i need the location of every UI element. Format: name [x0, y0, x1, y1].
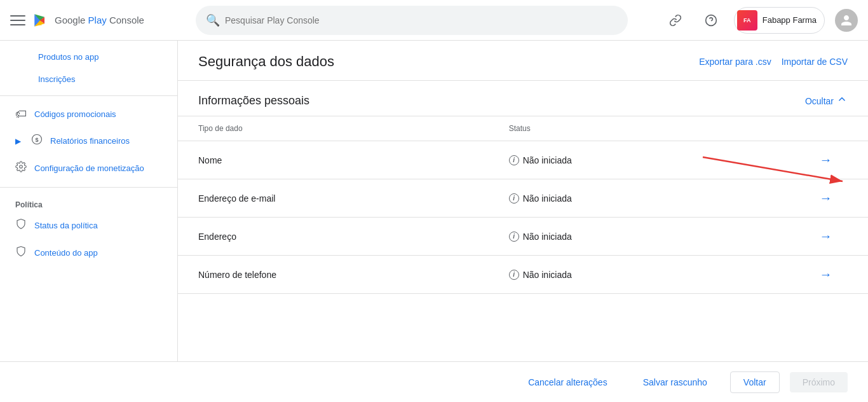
expand-arrow-icon: ▶ — [15, 137, 21, 146]
help-icon-btn[interactable] — [698, 8, 724, 33]
play-logo-icon — [31, 10, 51, 31]
sidebar-section-politica: Política — [0, 193, 177, 212]
avatar-icon — [840, 14, 853, 27]
section-header: Informações pessoais Ocultar — [178, 81, 868, 116]
info-icon: i — [509, 155, 519, 165]
table-row: Endereço de e-mail i Não iniciada → — [178, 179, 868, 218]
svg-point-6 — [20, 165, 23, 169]
status-text-email: Não iniciada — [523, 193, 572, 204]
status-text-nome: Não iniciada — [523, 155, 572, 165]
content-header: Segurança dos dados Exportar para .csv I… — [178, 41, 868, 81]
info-icon-3: i — [509, 232, 519, 242]
sidebar-label-inscricoes: Inscrições — [38, 74, 76, 84]
sidebar-divider-2 — [0, 187, 177, 188]
section-toggle[interactable]: Ocultar — [805, 94, 848, 108]
table-row: Endereço i Não iniciada → — [178, 218, 868, 256]
help-icon — [705, 14, 717, 27]
info-icon-4: i — [509, 270, 519, 280]
sidebar-label-relatorios: Relatórios financeiros — [50, 136, 130, 146]
table-row: Nome i Não iniciada → — [178, 141, 868, 179]
search-bar[interactable]: 🔍 — [196, 6, 628, 35]
sidebar-item-status-politica[interactable]: Status da política — [0, 212, 177, 239]
arrow-btn-email[interactable]: → — [819, 191, 848, 205]
next-button[interactable]: Próximo — [790, 372, 848, 392]
cell-tipo-telefone: Número de telefone — [178, 256, 489, 294]
section-title: Informações pessoais — [198, 94, 309, 107]
sidebar-item-inscricoes[interactable]: Inscrições — [0, 68, 177, 90]
header-left: Google Play Console — [10, 10, 188, 31]
hamburger-menu[interactable] — [10, 13, 25, 28]
gear-icon — [15, 161, 27, 176]
page-title: Segurança dos dados — [198, 53, 334, 70]
cell-arrow-nome: → — [799, 141, 868, 179]
arrow-btn-telefone[interactable]: → — [819, 267, 848, 282]
cell-status-email: i Não iniciada — [489, 179, 799, 218]
chevron-up-icon — [836, 94, 848, 108]
search-input[interactable] — [225, 15, 618, 25]
sidebar-item-produtos[interactable]: Produtos no app — [0, 46, 177, 68]
search-icon: 🔍 — [206, 13, 220, 27]
content-area: Segurança dos dados Exportar para .csv I… — [178, 41, 868, 361]
col-tipo: Tipo de dado — [178, 116, 489, 141]
avatar[interactable] — [835, 9, 858, 32]
toggle-label: Ocultar — [805, 96, 834, 106]
cell-status-telefone: i Não iniciada — [489, 256, 799, 294]
col-status: Status — [489, 116, 799, 141]
sidebar-item-conteudo[interactable]: Conteúdo do app — [0, 239, 177, 267]
footer: Cancelar alterações Salvar rascunho Volt… — [0, 361, 868, 402]
status-text-telefone: Não iniciada — [523, 270, 572, 280]
dollar-icon: $ — [31, 134, 43, 148]
user-app-logo: FA — [737, 10, 757, 31]
tag-icon: 🏷 — [15, 107, 27, 121]
sidebar-label-status-politica: Status da política — [34, 221, 98, 230]
table-row: Número de telefone i Não iniciada → — [178, 256, 868, 294]
sidebar-item-configuracao[interactable]: Configuração de monetização — [0, 155, 177, 182]
sidebar-label-conteudo: Conteúdo do app — [34, 248, 98, 258]
user-logo-inner: FA — [737, 10, 757, 31]
svg-text:$: $ — [35, 137, 38, 143]
cell-status-nome: i Não iniciada — [489, 141, 799, 179]
logo-text: Google Play Console — [55, 15, 144, 25]
logo: Google Play Console — [31, 10, 144, 31]
link-icon — [669, 14, 682, 27]
cancel-button[interactable]: Cancelar alterações — [515, 372, 620, 392]
sidebar-item-codigos[interactable]: 🏷 Códigos promocionais — [0, 101, 177, 127]
data-table: Tipo de dado Status Nome i Não iniciada — [178, 116, 868, 294]
header-right: FA Fabapp Farma — [663, 7, 858, 34]
shield-icon-1 — [15, 218, 27, 233]
sidebar: Produtos no app Inscrições 🏷 Códigos pro… — [0, 41, 178, 361]
cell-tipo-nome: Nome — [178, 141, 489, 179]
arrow-btn-endereco[interactable]: → — [819, 229, 848, 244]
cell-arrow-telefone: → — [799, 256, 868, 294]
save-draft-button[interactable]: Salvar rascunho — [630, 372, 720, 392]
cell-tipo-email: Endereço de e-mail — [178, 179, 489, 218]
sidebar-label-codigos: Códigos promocionais — [34, 109, 116, 119]
cell-arrow-endereco: → — [799, 218, 868, 256]
user-chip[interactable]: FA Fabapp Farma — [734, 7, 825, 34]
user-name: Fabapp Farma — [763, 15, 817, 25]
import-csv-link[interactable]: Importar de CSV — [782, 57, 848, 67]
cell-status-endereco: i Não iniciada — [489, 218, 799, 256]
col-action — [799, 116, 868, 141]
shield-icon-2 — [15, 246, 27, 260]
back-button[interactable]: Voltar — [730, 371, 780, 393]
header: Google Play Console 🔍 FA Fabapp Farma — [0, 0, 868, 41]
arrow-btn-nome[interactable]: → — [819, 153, 848, 167]
sidebar-item-relatorios[interactable]: ▶ $ Relatórios financeiros — [0, 127, 177, 155]
info-icon-2: i — [509, 193, 519, 204]
sidebar-divider-1 — [0, 95, 177, 96]
main-layout: Produtos no app Inscrições 🏷 Códigos pro… — [0, 41, 868, 361]
link-icon-btn[interactable] — [663, 8, 688, 33]
export-csv-link[interactable]: Exportar para .csv — [699, 57, 771, 67]
table-container: Tipo de dado Status Nome i Não iniciada — [178, 116, 868, 304]
sidebar-label-produtos: Produtos no app — [38, 52, 98, 62]
cell-arrow-email: → — [799, 179, 868, 218]
sidebar-label-configuracao: Configuração de monetização — [34, 163, 144, 173]
content-actions: Exportar para .csv Importar de CSV — [699, 57, 848, 67]
status-text-endereco: Não iniciada — [523, 232, 572, 242]
cell-tipo-endereco: Endereço — [178, 218, 489, 256]
